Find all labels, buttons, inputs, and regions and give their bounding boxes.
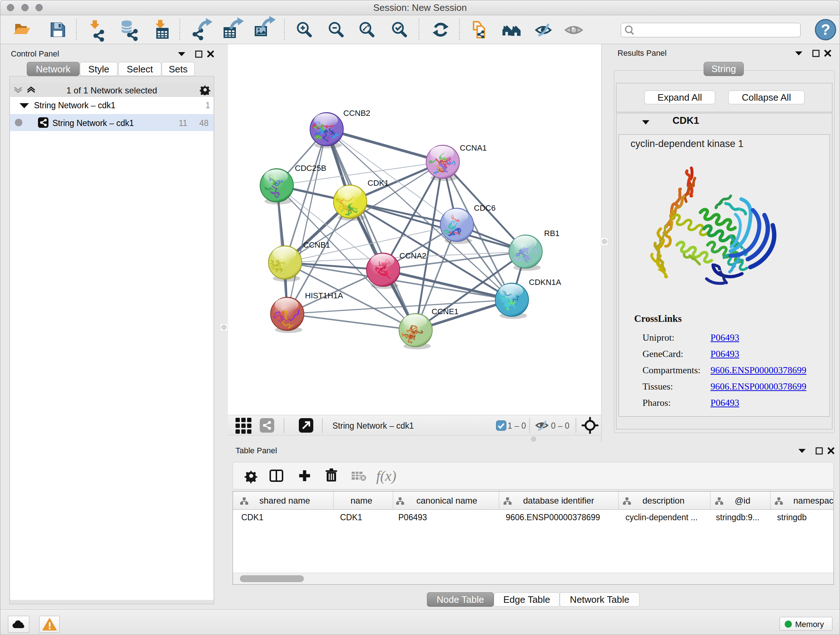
svg-text:CCNB1: CCNB1 xyxy=(303,241,330,249)
svg-text:CDK1: CDK1 xyxy=(368,179,389,187)
svg-text:CDC6: CDC6 xyxy=(474,203,496,212)
svg-text:1 – 0: 1 – 0 xyxy=(508,421,526,431)
svg-text:CCNE1: CCNE1 xyxy=(431,307,459,316)
svg-text:HIST1H1A: HIST1H1A xyxy=(305,291,343,300)
svg-text:0 – 0: 0 – 0 xyxy=(551,421,569,431)
svg-text:?: ? xyxy=(821,21,830,38)
svg-text:CDC25B: CDC25B xyxy=(295,164,326,173)
svg-text:CCNA2: CCNA2 xyxy=(399,251,426,260)
svg-text:f(x): f(x) xyxy=(376,468,396,484)
svg-text:RB1: RB1 xyxy=(544,229,560,238)
svg-text:CDKN1A: CDKN1A xyxy=(529,278,561,287)
svg-text:CCNB2: CCNB2 xyxy=(343,109,370,118)
svg-text:String Network – cdk1: String Network – cdk1 xyxy=(332,421,414,431)
svg-text:CCNA1: CCNA1 xyxy=(460,143,487,152)
